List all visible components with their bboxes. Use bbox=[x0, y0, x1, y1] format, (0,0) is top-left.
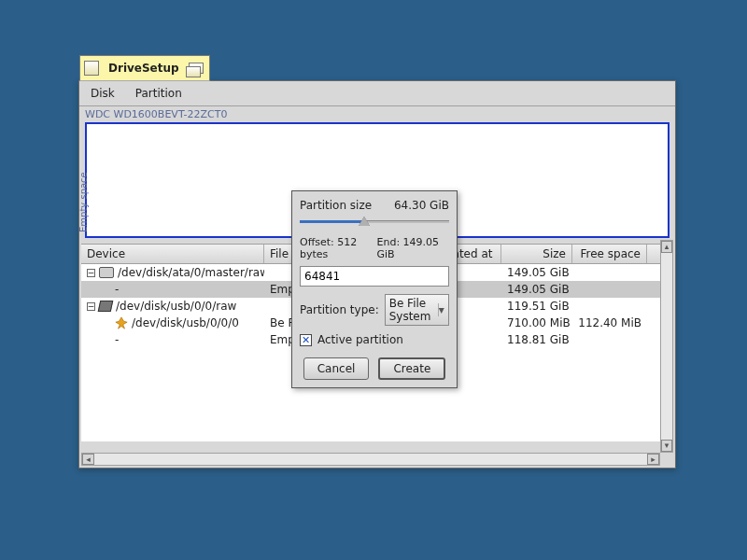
empty-space-label: Empty space bbox=[78, 172, 89, 232]
harddisk-icon bbox=[99, 267, 114, 278]
partition-type-label: Partition type: bbox=[300, 303, 379, 316]
partition-size-input[interactable] bbox=[300, 266, 449, 287]
cell-free: 112.40 MiB bbox=[572, 316, 647, 329]
partition-size-value: 64.30 GiB bbox=[394, 199, 449, 212]
col-size[interactable]: Size bbox=[501, 245, 572, 263]
scroll-up-icon[interactable]: ▴ bbox=[661, 241, 672, 253]
partition-size-label: Partition size bbox=[300, 199, 372, 212]
close-icon[interactable] bbox=[84, 61, 99, 76]
partition-size-slider[interactable] bbox=[300, 216, 449, 231]
device-path: - bbox=[115, 333, 119, 346]
col-device[interactable]: Device bbox=[81, 245, 264, 263]
scrollbar-vertical[interactable]: ▴ ▾ bbox=[660, 240, 673, 453]
scroll-right-icon[interactable]: ▸ bbox=[647, 454, 659, 465]
haiku-leaf-icon bbox=[115, 316, 128, 329]
scrollbar-horizontal[interactable]: ◂ ▸ bbox=[81, 453, 660, 466]
device-path: /dev/disk/usb/0/0/raw bbox=[116, 300, 236, 313]
scroll-down-icon[interactable]: ▾ bbox=[661, 440, 672, 452]
cell-size: 149.05 GiB bbox=[501, 283, 572, 296]
menu-disk[interactable]: Disk bbox=[87, 85, 119, 102]
cancel-button[interactable]: Cancel bbox=[303, 357, 370, 380]
titlebar[interactable]: DriveSetup bbox=[79, 55, 210, 81]
tree-expander-icon[interactable]: − bbox=[87, 302, 95, 311]
partition-type-select[interactable]: Be File System ▾ bbox=[385, 294, 449, 326]
device-path: - bbox=[115, 283, 119, 296]
create-partition-dialog: Partition size 64.30 GiB Offset: 512 byt… bbox=[291, 190, 458, 388]
active-partition-checkbox[interactable]: ✕ bbox=[300, 334, 312, 346]
disk-model-label: WDC WD1600BEVT-22ZCT0 bbox=[79, 106, 675, 120]
usb-drive-icon bbox=[98, 301, 114, 312]
slider-thumb-icon[interactable] bbox=[359, 217, 370, 226]
col-free[interactable]: Free space bbox=[572, 245, 647, 263]
create-button[interactable]: Create bbox=[378, 357, 445, 380]
cell-size: 149.05 GiB bbox=[501, 266, 572, 279]
active-partition-label: Active partition bbox=[317, 333, 403, 346]
window-title: DriveSetup bbox=[105, 62, 183, 75]
cell-size: 118.81 GiB bbox=[501, 333, 572, 346]
cell-size: 710.00 MiB bbox=[501, 316, 572, 329]
device-path: /dev/disk/ata/0/master/raw bbox=[118, 266, 264, 279]
device-path: /dev/disk/usb/0/0/0 bbox=[132, 316, 239, 329]
menu-partition[interactable]: Partition bbox=[132, 85, 186, 102]
chevron-down-icon: ▾ bbox=[438, 303, 444, 316]
zoom-icon[interactable] bbox=[189, 63, 204, 74]
scroll-left-icon[interactable]: ◂ bbox=[82, 454, 94, 465]
partition-type-value: Be File System bbox=[389, 297, 438, 323]
cell-size: 119.51 GiB bbox=[501, 300, 572, 313]
end-label: End: 149.05 GiB bbox=[377, 236, 449, 260]
tree-expander-icon[interactable]: − bbox=[87, 269, 95, 277]
offset-label: Offset: 512 bytes bbox=[300, 236, 377, 260]
menubar: Disk Partition bbox=[79, 81, 675, 106]
